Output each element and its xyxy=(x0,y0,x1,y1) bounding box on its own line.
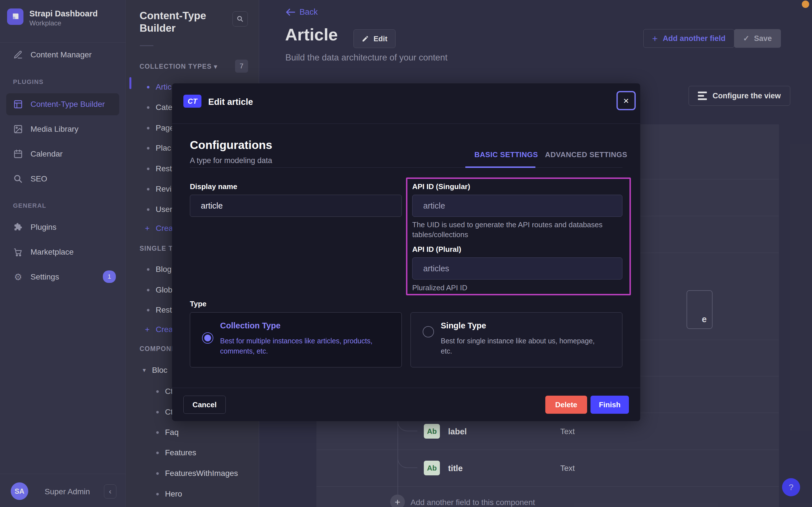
cancel-button[interactable]: Cancel xyxy=(183,396,226,414)
content-type-badge: CT xyxy=(183,95,201,108)
configurations-heading: Configurations xyxy=(190,138,272,152)
configurations-subheading: A type for modeling data xyxy=(190,156,272,165)
active-tab-underline xyxy=(465,166,536,168)
api-id-singular-help: The UID is used to generate the API rout… xyxy=(412,220,610,240)
tab-advanced-settings[interactable]: ADVANCED SETTINGS xyxy=(545,150,627,159)
api-id-plural-help: Pluralized API ID xyxy=(412,283,610,293)
finish-button[interactable]: Finish xyxy=(590,396,629,414)
radio-selected-icon[interactable] xyxy=(202,332,213,344)
tab-basic-settings[interactable]: BASIC SETTINGS xyxy=(475,150,538,159)
divider xyxy=(190,167,622,168)
radio-unselected-icon[interactable] xyxy=(423,326,434,337)
single-type-option[interactable]: Single Type Best for single instance lik… xyxy=(411,312,622,368)
modal-header: CT Edit article × xyxy=(172,83,640,124)
close-icon[interactable]: × xyxy=(618,92,635,109)
single-type-desc: Best for single instance like about us, … xyxy=(441,336,605,356)
api-id-plural-label: API ID (Plural) xyxy=(412,245,461,254)
delete-button[interactable]: Delete xyxy=(545,396,587,414)
collection-type-desc: Best for multiple instances like article… xyxy=(220,336,384,356)
collection-type-option[interactable]: Collection Type Best for multiple instan… xyxy=(190,312,402,368)
type-label: Type xyxy=(190,299,206,308)
display-name-input[interactable] xyxy=(190,195,402,217)
api-id-plural-input[interactable] xyxy=(412,258,622,280)
api-id-singular-label: API ID (Singular) xyxy=(412,182,470,191)
collection-type-title: Collection Type xyxy=(220,321,280,330)
display-name-label: Display name xyxy=(190,182,237,191)
single-type-title: Single Type xyxy=(441,321,486,330)
edit-article-modal: CT Edit article × Configurations A type … xyxy=(172,83,640,421)
api-id-singular-input[interactable] xyxy=(412,195,622,217)
strapi-dashboard: Strapi Dashboard Workplace Content Manag… xyxy=(0,0,812,507)
modal-title: Edit article xyxy=(208,97,253,107)
recording-indicator-dot xyxy=(802,1,809,8)
modal-footer: Cancel Delete Finish xyxy=(172,388,640,421)
